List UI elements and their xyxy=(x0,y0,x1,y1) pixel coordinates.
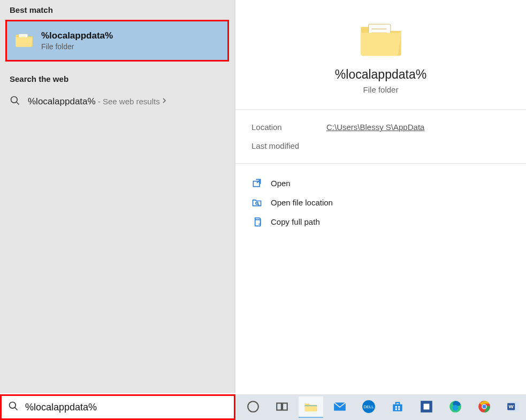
open-file-location-button[interactable]: Open file location xyxy=(251,193,510,212)
open-icon xyxy=(251,178,262,188)
taskbar: DELL xyxy=(235,394,526,420)
windows-search-popup: Best match %localappdata% File folder Se… xyxy=(0,0,526,393)
info-row-location: Location C:\Users\Blessy S\AppData xyxy=(251,123,510,132)
word-icon: W xyxy=(506,400,520,414)
svg-rect-26 xyxy=(395,408,397,410)
svg-rect-27 xyxy=(398,408,400,410)
edge-button[interactable] xyxy=(443,396,468,418)
ms-app-icon xyxy=(420,400,433,414)
modified-label: Last modified xyxy=(251,141,326,150)
search-input[interactable] xyxy=(25,402,227,413)
ms-app-button[interactable] xyxy=(414,396,439,418)
folder-open-icon xyxy=(251,197,262,208)
best-match-title: %localappdata% xyxy=(41,30,113,41)
search-icon xyxy=(8,401,19,414)
copy-icon xyxy=(251,216,262,227)
chevron-right-icon xyxy=(160,96,169,107)
svg-point-34 xyxy=(483,405,486,409)
open-location-label: Open file location xyxy=(271,198,333,207)
svg-text:DELL: DELL xyxy=(364,404,374,409)
svg-point-16 xyxy=(10,402,16,409)
web-result-query: %localappdata% xyxy=(28,96,96,106)
best-match-text: %localappdata% File folder xyxy=(41,30,113,51)
search-icon xyxy=(10,95,20,108)
edge-icon xyxy=(448,400,462,414)
location-value[interactable]: C:\Users\Blessy S\AppData xyxy=(326,123,424,132)
search-box[interactable] xyxy=(0,394,235,420)
svg-point-4 xyxy=(11,97,18,103)
location-label: Location xyxy=(251,123,326,132)
folder-icon xyxy=(358,19,404,60)
svg-point-18 xyxy=(248,401,258,412)
web-result-suffix: - See web results xyxy=(96,97,160,106)
info-block: Location C:\Users\Blessy S\AppData Last … xyxy=(235,110,526,164)
web-search-result[interactable]: %localappdata% - See web results xyxy=(0,89,234,114)
svg-line-14 xyxy=(258,204,260,205)
folder-icon xyxy=(14,32,34,50)
best-match-header: Best match xyxy=(0,0,234,20)
svg-text:W: W xyxy=(509,403,514,409)
search-web-header: Search the web xyxy=(0,69,234,89)
best-match-result[interactable]: %localappdata% File folder xyxy=(5,20,229,62)
word-button[interactable]: W xyxy=(501,396,525,418)
dell-button[interactable]: DELL xyxy=(356,396,381,418)
mail-button[interactable] xyxy=(327,396,352,418)
copy-full-path-button[interactable]: Copy full path xyxy=(251,212,510,231)
svg-rect-29 xyxy=(424,404,430,410)
web-result-text: %localappdata% - See web results xyxy=(28,96,160,107)
svg-line-5 xyxy=(17,102,19,105)
svg-rect-25 xyxy=(398,406,400,408)
preview-subtitle: File folder xyxy=(363,85,399,94)
preview-panel: %localappdata% File folder Location C:\U… xyxy=(235,0,526,393)
cortana-icon xyxy=(246,400,260,414)
file-explorer-icon xyxy=(304,400,318,414)
action-list: Open Open file location xyxy=(235,164,526,241)
store-icon xyxy=(391,400,405,414)
best-match-subtitle: File folder xyxy=(41,42,113,51)
mail-icon xyxy=(333,400,347,414)
svg-point-31 xyxy=(453,405,459,411)
svg-rect-15 xyxy=(255,220,261,226)
task-view-icon xyxy=(275,400,289,414)
info-row-modified: Last modified xyxy=(251,141,510,150)
preview-title: %localappdata% xyxy=(335,67,426,82)
results-panel: Best match %localappdata% File folder Se… xyxy=(0,0,235,393)
location-link[interactable]: C:\Users\Blessy S\AppData xyxy=(326,123,424,132)
chrome-icon xyxy=(477,400,491,414)
file-explorer-button[interactable] xyxy=(299,396,323,418)
store-button[interactable] xyxy=(385,396,410,418)
svg-rect-19 xyxy=(277,403,281,410)
cortana-button[interactable] xyxy=(241,396,265,418)
svg-line-17 xyxy=(15,408,18,410)
preview-hero: %localappdata% File folder xyxy=(235,0,526,110)
task-view-button[interactable] xyxy=(270,396,294,418)
svg-point-13 xyxy=(256,202,258,204)
svg-rect-20 xyxy=(283,403,287,410)
open-label: Open xyxy=(271,179,291,188)
copy-path-label: Copy full path xyxy=(271,217,320,226)
chrome-button[interactable] xyxy=(472,396,497,418)
svg-rect-11 xyxy=(253,181,260,187)
dell-icon: DELL xyxy=(362,400,376,414)
svg-rect-24 xyxy=(395,406,397,408)
open-button[interactable]: Open xyxy=(251,173,510,193)
